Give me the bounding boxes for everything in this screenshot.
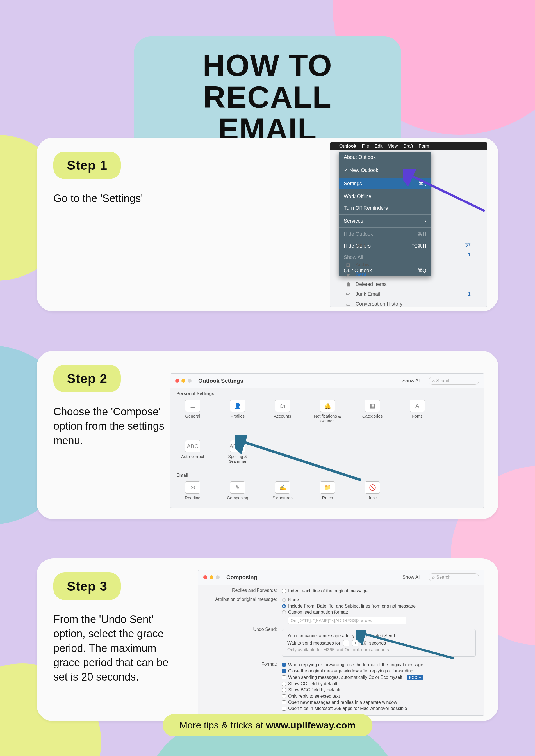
tile-signatures[interactable]: ✍Signatures [268,481,296,500]
checkbox-icon [282,700,286,704]
menubar-draft[interactable]: Draft [403,144,413,149]
stepper-plus-button[interactable]: + [352,640,358,646]
outlook-sidebar: com37 1 ⊟Archive ➤Sent 🗑Deleted Items ✉J… [339,240,473,307]
tile-reading[interactable]: ✉Reading [179,481,207,500]
junk-icon: 🚫 [365,481,380,494]
divider [170,469,484,469]
sidebar-sent[interactable]: ➤Sent [339,270,473,280]
zoom-icon[interactable] [187,379,191,383]
checkbox-label: Close the original message window after … [288,668,413,673]
sidebar-account-label: com [355,242,365,248]
checkbox-icon [282,694,286,698]
menu-turn-off-reminders[interactable]: Turn Off Reminders [339,202,431,214]
menu-new-outlook[interactable]: ✓ New Outlook [339,164,431,176]
tile-categories[interactable]: ▦Categories [358,400,386,423]
composing-icon: ✎ [230,481,245,494]
menubar-edit[interactable]: Edit [375,144,382,149]
sidebar-count: 37 [465,242,471,248]
tile-spelling[interactable]: ABC✓Spelling & Grammar [224,440,252,464]
radio-include[interactable]: Include From, Date, To, and Subject line… [282,603,476,609]
menubar-app[interactable]: Outlook [339,144,356,149]
checkbox-format-reply-format[interactable]: When replying or forwarding, use the for… [282,662,476,668]
show-all-button[interactable]: Show All [403,378,421,384]
composing-form: Replies and Forwards: Indent each line o… [198,585,484,716]
tile-autocorrect[interactable]: ABCAuto-correct [179,440,207,464]
tile-label: Notifications & Sounds [313,414,342,423]
window-title: Outlook Settings [198,378,243,384]
checkbox-auto-cc-bcc[interactable]: When sending messages, automatically Cc … [282,674,476,681]
tile-profiles[interactable]: 👤Profiles [224,400,252,423]
sidebar-account-row[interactable]: com37 [339,240,473,250]
menu-about[interactable]: About Outlook [339,151,431,163]
checkbox-reply-selected[interactable]: Only reply to selected text [282,693,476,699]
show-all-button[interactable]: Show All [403,575,421,580]
zoom-icon[interactable] [216,575,220,579]
sidebar-deleted-label: Deleted Items [355,282,387,287]
tile-general[interactable]: ☰General [179,400,207,423]
footer-url[interactable]: www.uplifeway.com [266,720,355,730]
undo-send-box: You can cancel a message after you've se… [282,629,476,657]
signatures-icon: ✍ [275,481,290,494]
sidebar-sent-label: Sent [355,272,367,278]
tile-composing[interactable]: ✎Composing [224,481,252,500]
tile-junk[interactable]: 🚫Junk [358,481,386,500]
undo-wait-post: seconds [369,641,386,645]
tile-fonts[interactable]: AFonts [403,400,431,423]
menubar-file[interactable]: File [362,144,369,149]
checkbox-close-original[interactable]: Close the original message window after … [282,668,476,674]
section-personal: Personal Settings [170,389,484,397]
search-input[interactable]: ⌕ Search [429,377,479,385]
checkbox-label: Open files in Microsoft 365 apps for Mac… [288,706,407,711]
menu-settings[interactable]: Settings…⌘ , [339,177,431,189]
tile-grid-email: ✉Reading ✎Composing ✍Signatures 📁Rules 🚫… [170,479,484,504]
sidebar-junk[interactable]: ✉Junk Email1 [339,289,473,299]
menubar-format[interactable]: Form [419,144,429,149]
section-other: Other [170,506,484,508]
menu-work-offline[interactable]: Work Offline [339,191,431,202]
checkbox-icon [282,663,286,667]
undo-send-note: Only available for M365 and Outlook.com … [287,647,470,653]
minimize-icon[interactable] [182,379,185,383]
stepper-minus-button[interactable]: − [343,640,350,646]
close-icon[interactable] [203,575,207,579]
undo-seconds-stepper[interactable]: − + 20 [343,640,366,646]
tile-accounts[interactable]: 🗂Accounts [268,400,296,423]
radio-icon [282,610,286,614]
screenshot-step1: Outlook File Edit View Draft Form About … [330,142,487,307]
tile-label: Profiles [224,414,252,418]
close-icon[interactable] [175,379,179,383]
checkbox-icon [282,688,286,692]
checkbox-open-m365[interactable]: Open files in Microsoft 365 apps for Mac… [282,706,476,712]
bcc-select[interactable]: BCC ▾ [407,675,423,680]
step-text-2: Choose the 'Compose' option from the set… [53,405,183,448]
radio-label: Customised attribution format: [288,610,348,615]
radio-custom[interactable]: Customised attribution format: [282,609,476,615]
menubar-view[interactable]: View [388,144,398,149]
tile-label: Fonts [403,414,431,418]
tile-notifications[interactable]: 🔔Notifications & Sounds [313,400,342,423]
menu-about-label: About Outlook [344,154,376,160]
tile-rules[interactable]: 📁Rules [313,481,342,500]
sidebar-archive[interactable]: ⊟Archive [339,260,473,270]
checkbox-label: When replying or forwarding, use the for… [288,662,423,667]
sidebar-conversation-history[interactable]: ▭Conversation History [339,299,473,307]
sidebar-conv-label: Conversation History [355,301,403,307]
autocorrect-icon: ABC [185,440,200,452]
checkbox-open-separate[interactable]: Open new messages and replies in a separ… [282,699,476,706]
checkbox-show-cc[interactable]: Show CC field by default [282,681,476,687]
search-input[interactable]: ⌕ Search [429,573,479,581]
checkbox-show-bcc[interactable]: Show BCC field by default [282,687,476,693]
undo-seconds-value: 20 [361,641,366,646]
checkbox-indent[interactable]: Indent each line of the original message [282,588,476,594]
radio-none[interactable]: None [282,597,476,603]
menu-separator [339,177,431,177]
sidebar-row[interactable]: 1 [339,250,473,260]
accounts-icon: 🗂 [275,400,290,412]
custom-attribution-field[interactable]: On [DATE], "[NAME]" <[ADDRESS]> wrote: [288,616,406,624]
minimize-icon[interactable] [210,575,213,579]
menu-settings-shortcut: ⌘ , [418,180,426,187]
sidebar-count: 1 [468,291,471,297]
menu-services[interactable]: Services› [339,215,431,227]
sidebar-deleted[interactable]: 🗑Deleted Items [339,280,473,289]
menu-separator [339,227,431,228]
